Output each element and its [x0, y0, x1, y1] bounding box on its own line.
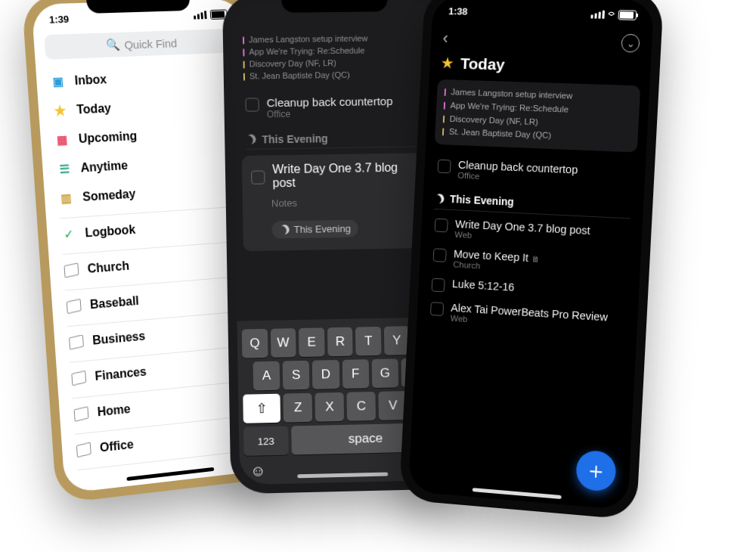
key-S[interactable]: S: [283, 361, 310, 390]
task-row[interactable]: Cleanup back countertopOffice: [233, 88, 438, 126]
sidebar-item-label: Business: [92, 329, 146, 347]
area-icon: [73, 405, 88, 422]
stack-icon: ☰: [56, 161, 72, 177]
sidebar-item-label: Finances: [94, 365, 147, 384]
moon-icon: [278, 223, 291, 236]
key-C[interactable]: C: [347, 392, 376, 421]
calendar-events: James Langston setup interviewApp We're …: [232, 30, 438, 90]
sidebar-item-label: Office: [100, 438, 135, 455]
key-E[interactable]: E: [299, 327, 324, 357]
event-label: App We're Trying: Re:Schedule: [249, 45, 364, 58]
task-notes-input[interactable]: Notes: [271, 195, 423, 209]
key-shift[interactable]: ⇧: [243, 394, 280, 423]
page-title-label: Today: [460, 54, 505, 74]
sidebar-item-label: Upcoming: [78, 129, 137, 146]
checkbox[interactable]: [433, 248, 447, 262]
key-Q[interactable]: Q: [242, 329, 268, 358]
inbox-icon: ▣: [50, 73, 66, 89]
sidebar-item-label: Logbook: [85, 223, 136, 240]
area-icon: [68, 334, 84, 351]
logbook-icon: ✓: [60, 226, 76, 243]
event-label: St. Jean Baptiste Day (QC): [448, 126, 551, 143]
sidebar-item-label: Baseball: [89, 294, 139, 312]
archive-icon: ▥: [58, 190, 74, 206]
area-icon: [66, 298, 82, 315]
moon-icon: [433, 193, 445, 205]
moon-icon: [245, 133, 258, 146]
key-G[interactable]: G: [371, 358, 398, 388]
checkbox[interactable]: [432, 278, 445, 293]
section-this-evening: This Evening: [234, 123, 438, 149]
key-123[interactable]: 123: [243, 426, 289, 456]
wifi-icon: ⌔: [608, 8, 615, 20]
checkbox[interactable]: [245, 98, 259, 111]
emoji-button[interactable]: ☺: [250, 462, 266, 480]
status-time: 1:39: [49, 13, 70, 25]
phone-black-today: 1:38 ⌔ ‹ ⌄ ★Today James Langston setup i…: [399, 0, 664, 520]
task-title: Cleanup back countertop: [267, 95, 393, 109]
key-Y[interactable]: Y: [384, 326, 410, 355]
section-label: This Evening: [450, 193, 514, 208]
more-button[interactable]: ⌄: [621, 34, 640, 53]
task-edit-card[interactable]: Write Day One 3.7 blog post Notes This E…: [242, 153, 433, 251]
key-T[interactable]: T: [355, 327, 381, 356]
event-label: St. Jean Baptiste Day (QC): [249, 70, 350, 83]
calendar-event: St. Jean Baptiste Day (QC): [243, 68, 427, 82]
task-subtitle: Office: [267, 107, 393, 119]
event-label: Discovery Day (NF, LR): [249, 57, 336, 70]
when-tag[interactable]: This Evening: [271, 219, 358, 238]
checkbox[interactable]: [430, 302, 444, 316]
key-R[interactable]: R: [327, 327, 353, 357]
quick-find-input[interactable]: 🔍 Quick Find: [44, 29, 235, 60]
sidebar-area[interactable]: Church: [63, 243, 247, 285]
sidebar-item-label: Inbox: [74, 73, 107, 88]
checkbox[interactable]: [251, 170, 265, 184]
attachment-icon: 🗎: [531, 254, 540, 264]
key-X[interactable]: X: [315, 392, 345, 422]
area-icon: [63, 262, 79, 279]
sidebar-item-label: Home: [97, 402, 131, 420]
quick-find-placeholder: Quick Find: [124, 36, 178, 51]
section-label: This Evening: [262, 132, 328, 145]
sidebar-item-label: Someday: [82, 187, 136, 204]
key-A[interactable]: A: [253, 361, 280, 391]
checkbox[interactable]: [438, 160, 451, 174]
key-D[interactable]: D: [312, 360, 339, 389]
sidebar-item-label: Church: [87, 259, 129, 276]
checkbox[interactable]: [435, 219, 448, 233]
star-icon: ★: [52, 103, 68, 119]
task-title: Luke 5:12-16: [452, 278, 515, 293]
key-Z[interactable]: Z: [284, 393, 313, 423]
battery-icon: [618, 10, 637, 20]
add-task-button[interactable]: ＋: [575, 449, 617, 492]
calendar-events-card[interactable]: James Langston setup interviewApp We're …: [435, 79, 641, 153]
when-tag-label: This Evening: [294, 222, 351, 234]
sidebar-item-label: Today: [76, 101, 112, 116]
signal-icon: [590, 10, 605, 19]
star-icon: ★: [441, 54, 454, 71]
back-button[interactable]: ‹: [442, 29, 448, 48]
calendar-icon: ▦: [54, 132, 70, 147]
sidebar-item-label: Anytime: [80, 159, 128, 175]
signal-icon: [194, 11, 207, 19]
key-W[interactable]: W: [270, 328, 296, 358]
home-indicator[interactable]: [472, 488, 562, 499]
key-F[interactable]: F: [342, 359, 369, 389]
area-icon: [70, 370, 86, 386]
event-label: James Langston setup interview: [249, 33, 368, 46]
task-title-input[interactable]: Write Day One 3.7 blog post: [272, 160, 423, 190]
status-time: 1:38: [448, 5, 468, 17]
search-icon: 🔍: [105, 38, 120, 52]
area-icon: [76, 442, 91, 458]
